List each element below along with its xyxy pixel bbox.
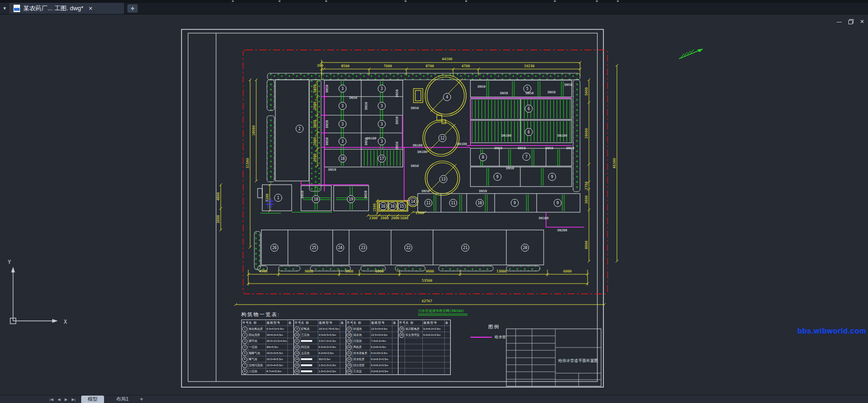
last-layout-icon[interactable]: ▶| <box>72 397 76 402</box>
table-cell <box>423 362 445 368</box>
table-cell <box>392 344 398 350</box>
table-cell: 砂滤池 <box>353 326 371 332</box>
dimension-text: 2000 <box>380 216 389 220</box>
tab-model[interactable]: 模型 <box>81 396 104 403</box>
table-cell <box>340 368 346 375</box>
table-cell: 17 <box>346 326 353 332</box>
unit-label: 3 <box>378 120 385 128</box>
table-cell: 风机房 <box>353 344 371 350</box>
column-header: 备 注 <box>445 320 450 326</box>
unit-label: 11 <box>449 199 457 207</box>
table-cell <box>405 350 423 356</box>
pipe-size-label: DN50 <box>478 85 486 89</box>
pipe-size-label: DN50 <box>364 102 368 110</box>
table-cell: 1.5×2.0×2.0m <box>318 362 340 368</box>
table-cell: 6.0×9.0×3.5m <box>371 356 392 362</box>
table-cell: 排水机房 <box>353 356 371 362</box>
prev-layout-icon[interactable]: ◀ <box>57 397 60 402</box>
svg-text:5: 5 <box>526 87 529 91</box>
svg-text:3: 3 <box>381 104 383 108</box>
svg-text:10: 10 <box>477 201 482 205</box>
tab-layout1[interactable]: 布局1 <box>110 396 135 403</box>
pipe-size-label: DN50 <box>301 191 304 199</box>
table-cell <box>288 362 294 368</box>
dimension-text: 4500 <box>259 269 268 273</box>
table-cell <box>423 350 445 356</box>
pipe-size-label: DN50 <box>395 90 399 97</box>
table-cell: 活性污泥池 <box>248 362 266 368</box>
table-cell: 排水设备房 <box>353 350 371 356</box>
restore-icon[interactable] <box>848 19 854 24</box>
table-cell <box>445 356 450 362</box>
table-cell: 1.5×2.0×2.0m <box>318 368 340 375</box>
dimension-text: 3000 <box>313 119 317 128</box>
table-cell: 8 <box>242 368 248 375</box>
dimension-text: 4700 <box>462 64 470 68</box>
unit-label: 3 <box>339 102 346 110</box>
table-cell: 6.0×15×3.5m <box>371 350 392 356</box>
table-cell: 18×6.0×4.5m <box>266 332 288 338</box>
new-tab-button[interactable]: + <box>127 4 138 13</box>
table-cell: 催化氧化房 <box>248 326 266 332</box>
svg-text:3: 3 <box>342 139 344 144</box>
column-header: 序号 <box>346 320 353 326</box>
dimension-text: 1500 <box>372 203 377 212</box>
column-header: 备 注 <box>340 320 346 326</box>
tab-overflow-button[interactable]: ▼ <box>0 3 9 14</box>
svg-text:26: 26 <box>272 246 277 250</box>
next-layout-icon[interactable]: ▶ <box>64 397 67 402</box>
svg-text:17: 17 <box>379 157 384 161</box>
dimension-text: 3000 <box>345 269 354 273</box>
svg-text:18: 18 <box>314 197 318 202</box>
dimension-text: 53500 <box>422 278 433 283</box>
dimension-text: 8700 <box>426 64 434 68</box>
table-cell: 低压配电房 <box>405 326 423 332</box>
close-tab-icon[interactable]: ✕ <box>89 6 93 12</box>
dimension-text: 19230 <box>524 64 535 68</box>
table-cell: 3 <box>242 338 248 344</box>
pipe-size-label: DN50 <box>325 120 329 128</box>
layout-nav-buttons: |◀ ◀ ▶ ▶| <box>49 396 76 403</box>
unit-label: 6 <box>525 128 532 136</box>
unit-label: 26 <box>271 244 278 251</box>
unit-label: 14 <box>409 198 417 205</box>
column-header: 序号 <box>242 320 248 326</box>
table-cell: 8.7×4×5.5m <box>266 368 288 375</box>
table-cell: 6.0×6.0×3.5m <box>318 344 340 350</box>
file-tab[interactable]: 某农药厂... 工图. dwg* ✕ <box>9 3 125 14</box>
north-arrow-icon <box>679 49 703 59</box>
table-cell: 6 <box>242 356 248 362</box>
svg-text:24: 24 <box>338 246 343 250</box>
table-cell: 13.5×3×4.0m <box>371 326 392 332</box>
watermark: bbs.wibworld.com <box>797 327 866 335</box>
unit-label: 21 <box>462 244 469 251</box>
table-cell: 3.0×6.0×3.5m <box>371 368 392 375</box>
close-icon[interactable]: ✕ <box>860 19 864 24</box>
table-cell <box>445 344 450 350</box>
first-layout-icon[interactable]: |◀ <box>49 397 53 402</box>
svg-text:6: 6 <box>528 130 530 134</box>
structures-table-block: 序号名 称规格型号备 注17砂滤池13.5×3×4.0m18清水池13.5×3×… <box>346 320 399 375</box>
unit-label: 23 <box>359 244 367 251</box>
table-cell: 21 <box>346 350 353 356</box>
pipe-size-label: DN100 <box>557 134 567 138</box>
legend-item: 给水管 <box>470 334 506 340</box>
dimension-text: 200 <box>317 63 323 68</box>
add-layout-button[interactable]: + <box>140 396 143 403</box>
table-cell: 6.0×4.5×4.5m <box>266 326 288 332</box>
table-cell: 5 <box>242 350 248 356</box>
minimize-icon[interactable]: — <box>837 19 842 24</box>
table-cell <box>301 368 318 375</box>
table-cell: Φ6×5.5m <box>266 344 288 350</box>
unit-label: 2 <box>296 125 303 132</box>
table-cell <box>301 338 318 344</box>
dimension-text: 1500 <box>415 211 424 215</box>
legend-item-label: 给水管 <box>495 334 506 340</box>
unit-label: 13 <box>440 175 447 183</box>
svg-text:7: 7 <box>525 155 528 159</box>
dimension-text: 7200 <box>265 193 269 202</box>
table-cell <box>405 356 423 362</box>
file-tab-bar: ▼ 某农药厂... 工图. dwg* ✕ + <box>0 3 868 14</box>
table-cell <box>340 326 346 332</box>
pipe-size-label: DN100 <box>413 144 422 147</box>
